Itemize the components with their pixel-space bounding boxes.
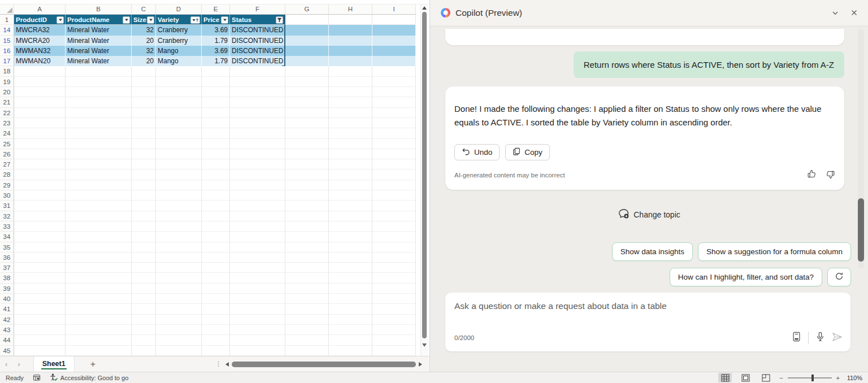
cell[interactable] [156,190,202,201]
cell[interactable] [132,180,156,190]
cell[interactable]: Mineral Water [66,46,132,56]
cell[interactable]: DISCONTINUED [230,25,285,35]
cell[interactable] [372,325,416,335]
cell[interactable] [202,159,230,169]
cell[interactable] [372,87,416,97]
cell[interactable] [14,118,66,128]
cell[interactable] [156,242,202,253]
cell[interactable] [329,180,372,190]
row-number-1[interactable]: 1 [0,15,14,25]
cell[interactable] [132,128,156,138]
cell[interactable] [66,242,132,253]
scroll-down-icon[interactable] [422,343,427,347]
cell[interactable] [329,190,372,201]
cell[interactable] [202,128,230,138]
cell[interactable] [230,232,285,242]
cell[interactable] [14,77,66,87]
cell[interactable] [156,335,202,345]
cell[interactable] [285,108,329,118]
cell[interactable] [202,118,230,128]
zoom-in-icon[interactable]: + [836,375,840,381]
vertical-scroll-thumb[interactable] [422,12,427,338]
cell[interactable] [14,180,66,190]
cell[interactable] [372,56,416,66]
cell[interactable] [372,242,416,253]
row-number-23[interactable]: 23 [0,118,14,128]
cell[interactable] [14,87,66,97]
cell[interactable] [156,66,202,76]
cell[interactable] [329,346,372,356]
cell[interactable] [285,149,329,159]
cell[interactable] [230,346,285,356]
cell[interactable] [66,232,132,242]
cell[interactable]: 20 [132,56,156,66]
cell[interactable] [329,66,372,76]
cell[interactable] [132,335,156,345]
zoom-out-icon[interactable]: − [779,375,783,381]
thumbs-down-icon[interactable] [826,170,835,180]
cell[interactable] [285,128,329,138]
cell[interactable] [329,169,372,180]
zoom-level[interactable]: 110% [847,375,862,381]
row-number-44[interactable]: 44 [0,335,14,345]
cell[interactable]: 32 [132,25,156,35]
cell[interactable] [202,87,230,97]
scroll-up-icon[interactable] [422,6,427,10]
cell[interactable] [156,159,202,169]
cell[interactable] [329,284,372,294]
cell[interactable] [285,159,329,169]
cell[interactable] [132,190,156,201]
cell[interactable] [156,221,202,232]
filter-dropdown-icon[interactable] [221,16,228,24]
cell[interactable] [156,315,202,325]
cell[interactable] [285,304,329,314]
cell[interactable] [372,294,416,304]
cell[interactable] [156,346,202,356]
page-break-preview-icon[interactable] [759,373,772,382]
cell[interactable] [66,108,132,118]
cell[interactable] [66,211,132,221]
suggestion-chip-data-insights[interactable]: Show data insights [612,242,693,261]
cell[interactable] [372,46,416,56]
change-topic-button[interactable]: Change topic [430,208,868,221]
add-sheet-button[interactable]: + [90,356,96,372]
cell[interactable] [132,221,156,232]
cell[interactable] [14,211,66,221]
cell[interactable] [132,169,156,180]
cell[interactable] [372,201,416,211]
scroll-right-icon[interactable] [419,362,422,367]
cell[interactable] [156,304,202,314]
cell[interactable] [372,97,416,107]
row-number-21[interactable]: 21 [0,97,14,107]
cell[interactable] [66,159,132,169]
cell[interactable] [329,211,372,221]
cell[interactable] [285,46,329,56]
cell[interactable] [202,139,230,149]
mic-icon[interactable] [816,332,824,344]
column-header-b[interactable]: B [66,5,132,15]
accessibility-status[interactable]: Accessibility: Good to go [50,373,128,382]
cell[interactable] [372,232,416,242]
cell[interactable] [66,335,132,345]
sheet-vertical-scrollbar[interactable] [420,5,428,356]
cell[interactable] [132,201,156,211]
cell[interactable] [372,221,416,232]
filter-dropdown-icon[interactable] [147,16,154,24]
cell[interactable] [372,66,416,76]
cell[interactable] [132,253,156,263]
cell[interactable] [14,273,66,283]
cell[interactable] [329,304,372,314]
tab-scroll-handle[interactable]: ⋮ [215,360,222,368]
cell[interactable] [156,139,202,149]
cell[interactable] [156,97,202,107]
cell[interactable] [285,66,329,76]
cell[interactable] [372,180,416,190]
zoom-slider-thumb[interactable] [811,375,814,381]
row-number-36[interactable]: 36 [0,253,14,263]
cell[interactable] [14,253,66,263]
copilot-input[interactable] [454,301,822,311]
row-number-42[interactable]: 42 [0,315,14,325]
cell[interactable] [66,273,132,283]
cell[interactable] [329,87,372,97]
cell[interactable]: MWMAN32 [14,46,66,56]
